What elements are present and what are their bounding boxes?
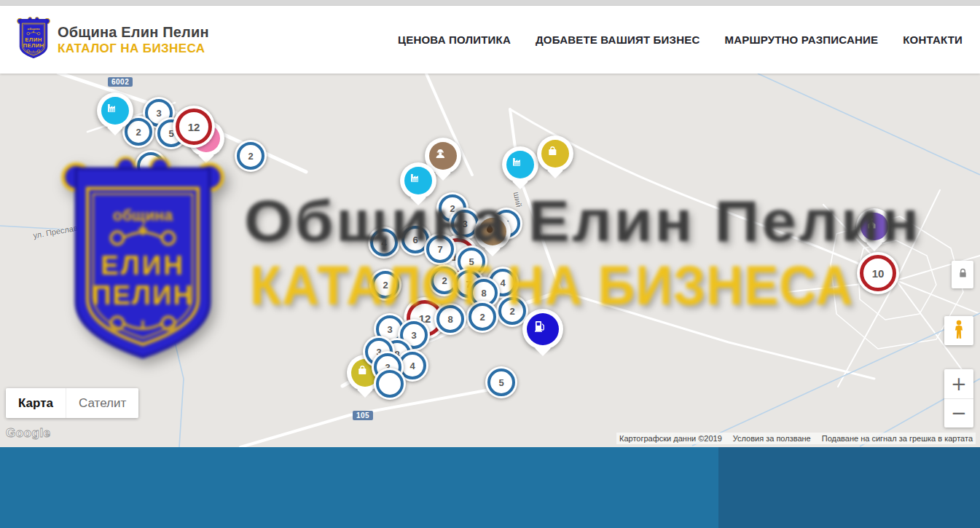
nav-link[interactable]: ЦЕНОВА ПОЛИТИКА [398,34,511,46]
cluster-count: 12 [173,106,215,148]
flame-icon [483,222,503,242]
zoom-in-button[interactable]: + [944,369,973,399]
shopping-bag-marker[interactable] [537,135,573,172]
factory-marker[interactable] [400,162,436,199]
cluster-marker[interactable]: 2 [466,301,498,333]
cluster-marker[interactable]: 12 [173,106,215,148]
cluster-marker[interactable]: 10 [857,252,899,294]
main-nav: ЦЕНОВА ПОЛИТИКАДОБАВЕТЕ ВАШИЯТ БИЗНЕСМАР… [398,34,963,46]
cluster-marker[interactable] [374,368,406,400]
map-type-map-button[interactable]: Карта [6,388,66,418]
cluster-marker[interactable]: 2 [369,269,401,301]
cluster-marker[interactable]: 8 [434,303,466,335]
nav-link[interactable]: МАРШРУТНО РАЗПИСАНИЕ [724,34,878,46]
nav-link[interactable]: КОНТАКТИ [903,34,963,46]
factory-marker[interactable] [97,92,133,129]
cluster-marker[interactable]: 2 [235,140,267,172]
flame-marker[interactable] [474,213,511,250]
cluster-count: 4 [368,226,400,259]
page: 6002105ул. Преславбул. „Новоселший 32512… [0,0,980,528]
svg-text:ЕЛИН: ЕЛИН [25,36,42,43]
search-bar-right-panel [718,447,980,528]
municipal-shield-logo: община ЕЛИН ПЕЛИН [16,16,51,63]
cluster-count: 8 [434,303,466,335]
map-type-satellite-button[interactable]: Сателит [66,388,138,418]
factory-icon [511,155,530,175]
fuel-icon [532,318,554,341]
site-header: община ЕЛИН ПЕЛИН Община Елин Пелин КАТА… [0,6,980,74]
shopping-bag-icon [546,144,565,164]
map-type-switcher: Карта Сателит [6,388,138,418]
factory-marker[interactable] [502,146,538,183]
site-subtitle: КАТАЛОГ НА БИЗНЕСА [58,42,209,56]
street-view-pegman-button[interactable] [944,316,973,345]
site-title: Община Елин Пелин [58,24,209,41]
cluster-marker[interactable]: 7 [424,233,456,265]
cluster-count: 2 [466,301,498,333]
cluster-count: 2 [369,269,401,301]
zoom-out-button[interactable]: − [944,399,973,428]
cluster-marker[interactable]: 5 [485,366,517,398]
cluster-count [374,368,406,400]
cluster-count: 7 [424,233,456,265]
lock-button[interactable] [952,261,973,288]
cluster-marker[interactable] [135,150,167,182]
cluster-count: 5 [485,366,517,398]
factory-icon [106,101,125,121]
site-logo[interactable]: община ЕЛИН ПЕЛИН Община Елин Пелин КАТА… [16,16,209,63]
factory-icon [409,171,428,191]
lock-icon [958,267,968,282]
attribution-link[interactable]: Условия за ползване [733,434,811,443]
cluster-count: 10 [857,252,899,294]
cluster-marker[interactable]: 4 [368,226,400,259]
map-attribution: Картографски данни ©2019Условия за ползв… [616,433,976,444]
nav-link[interactable]: ДОБАВЕТЕ ВАШИЯТ БИЗНЕС [536,34,699,46]
google-logo[interactable]: Google [6,426,51,441]
church-icon [865,217,885,237]
cluster-count: 2 [235,140,267,172]
search-bar: Категория ▾ Местоположение ▾ ⚙ ТЪРСЕНЕ [0,447,980,528]
attribution-copyright: Картографски данни ©2019 [619,434,722,443]
pegman-icon [952,319,966,342]
cluster-count [135,150,167,182]
svg-text:ПЕЛИН: ПЕЛИН [23,42,44,49]
zoom-control: + − [944,369,973,427]
svg-text:община: община [28,27,40,31]
fuel-marker[interactable] [522,309,563,350]
church-marker[interactable] [856,208,893,245]
attribution-link[interactable]: Подаване на сигнал за грешка в картата [822,434,973,443]
